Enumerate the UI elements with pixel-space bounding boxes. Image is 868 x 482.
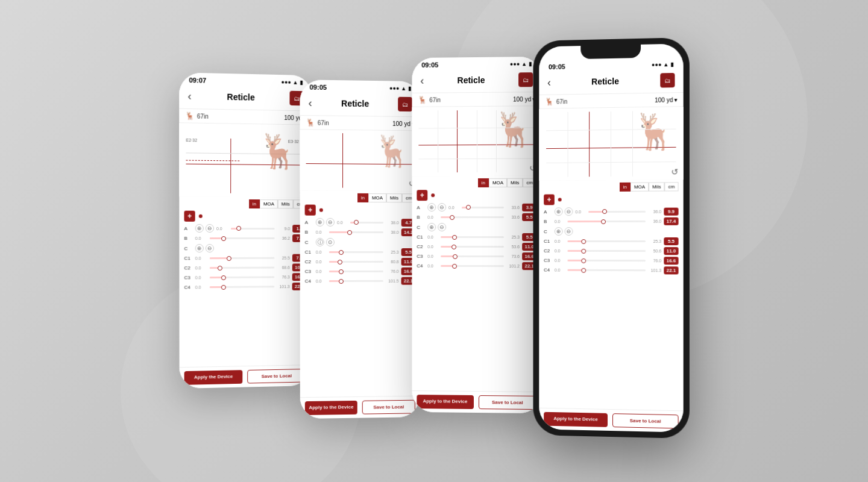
signal-icon-4: ●●● (651, 61, 661, 67)
add-button-1[interactable]: + (184, 211, 195, 222)
max-C3-4: 76.0 (648, 258, 661, 263)
minus-C-2[interactable]: ⊙ (326, 238, 334, 246)
minus-A-2[interactable]: ⊖ (326, 218, 334, 227)
phone-3-back-button[interactable]: ‹ (420, 74, 424, 87)
slider-B-2[interactable] (329, 231, 383, 233)
refresh-icon-4[interactable]: ↺ (671, 167, 678, 177)
unit-tab-mils-3[interactable]: Mils (507, 178, 523, 187)
plus-A-1[interactable]: ⊕ (195, 224, 203, 233)
slider-C1-4[interactable] (567, 240, 646, 242)
max-B-2: 38.0 (385, 230, 398, 234)
max-C2-1: 68.6 (277, 265, 290, 269)
val-C4-2: 0.0 (315, 279, 326, 283)
val-A-2: 0.0 (336, 220, 347, 224)
slider-C2-1[interactable] (209, 267, 274, 269)
slider-C3-2[interactable] (329, 271, 383, 272)
apply-button-1[interactable]: Apply the Device (184, 370, 242, 385)
add-button-3[interactable]: + (417, 190, 427, 201)
slider-C1-1[interactable] (209, 257, 274, 259)
minus-C-4[interactable]: ⊖ (564, 227, 573, 236)
phone-2-status-bar: 09:05 ●●● ▲ ▮ (300, 80, 421, 93)
phone-3-save-icon[interactable]: 🗂 (518, 72, 533, 87)
unit-tab-moa-3[interactable]: MOA (488, 178, 506, 187)
phone-1-back-button[interactable]: ‹ (187, 90, 191, 103)
minus-A-3[interactable]: ⊖ (438, 203, 446, 211)
add-button-4[interactable]: + (544, 194, 555, 205)
folder-icon: 🗂 (294, 95, 300, 101)
phone-2-add-row: + (304, 205, 415, 216)
controls-C-1: ⊕ ⊖ (195, 244, 213, 252)
slider-C4-4[interactable] (567, 269, 646, 271)
minus-C-3[interactable]: ⊖ (438, 223, 446, 231)
slider-C3-1[interactable] (209, 276, 274, 278)
slider-C2-2[interactable] (329, 261, 383, 263)
unit-tab-moa[interactable]: MOA (259, 199, 277, 208)
slider-C4-2[interactable] (329, 280, 383, 282)
wifi-icon-3: ▲ (521, 61, 527, 67)
unit-tab-mils[interactable]: Mils (277, 199, 293, 208)
slider-B-1[interactable] (209, 237, 274, 239)
phone-4-back-button[interactable]: ‹ (547, 76, 551, 89)
apply-button-2[interactable]: Apply to the Device (304, 401, 357, 415)
slider-C1-3[interactable] (441, 236, 504, 238)
phone-4-save-icon[interactable]: 🗂 (660, 73, 675, 88)
plus-A-3[interactable]: ⊕ (427, 203, 436, 211)
slider-C3-3[interactable] (441, 255, 504, 257)
plus-C-1[interactable]: ⊕ (195, 244, 203, 252)
apply-button-4[interactable]: Apply to the Device (544, 412, 608, 427)
add-button-2[interactable]: + (304, 205, 315, 216)
row-C1-3: C1 0.0 25.3 5.5 (417, 233, 536, 241)
minus-A-4[interactable]: ⊖ (564, 207, 573, 216)
val-C3-4: 0.0 (554, 258, 565, 263)
info-C-2[interactable]: ⓘ (315, 238, 324, 246)
unit-tab-mils-2[interactable]: Mils (386, 193, 402, 202)
slider-C2-3[interactable] (441, 246, 504, 248)
unit-tab-in[interactable]: in (248, 199, 259, 208)
phone-3-reticle-view: 🦌 ↺ (412, 106, 541, 176)
phone-3-range[interactable]: 100 yd ▾ (513, 96, 535, 102)
plus-A-4[interactable]: ⊕ (554, 207, 562, 216)
unit-tab-mils-4[interactable]: Mils (649, 182, 664, 191)
minus-A-1[interactable]: ⊖ (205, 224, 213, 233)
save-button-4[interactable]: Save to Local (612, 413, 678, 428)
slider-B-4[interactable] (567, 221, 646, 222)
val-C2-3: 0.0 (427, 245, 438, 249)
slider-C3-4[interactable] (567, 260, 646, 261)
save-button-2[interactable]: Save to Local (362, 400, 415, 415)
unit-tab-in-3[interactable]: in (477, 178, 488, 187)
slider-A-3[interactable] (462, 206, 504, 208)
unit-tab-cm-4[interactable]: cm (664, 182, 678, 191)
slider-A-2[interactable] (350, 221, 383, 223)
slider-A-1[interactable] (231, 227, 275, 229)
slider-B-3[interactable] (441, 216, 504, 218)
phone-2: 09:05 ●●● ▲ ▮ ‹ Reticle 🗂 🦌 (300, 80, 421, 419)
phone-2-range[interactable]: 100 yd ▾ (392, 120, 415, 127)
label-C-2: C (304, 239, 313, 245)
phone-2-back-button[interactable]: ‹ (308, 96, 312, 109)
plus-A-2[interactable]: ⊕ (315, 218, 324, 227)
slider-C4-1[interactable] (209, 286, 274, 288)
badge-C4-4: 22.1 (664, 266, 678, 274)
max-C1-2: 25.3 (385, 250, 398, 254)
row-C-header-4: C ⊕ ⊖ (544, 227, 678, 236)
plus-C-3[interactable]: ⊕ (427, 223, 436, 231)
phone-2-title: Reticle (341, 99, 369, 109)
phone-2-save-icon[interactable]: 🗂 (398, 97, 412, 111)
unit-tab-moa-4[interactable]: MOA (630, 183, 648, 192)
plus-C-4[interactable]: ⊕ (554, 227, 562, 236)
save-button-1[interactable]: Save to Local (247, 369, 306, 384)
unit-tab-moa-2[interactable]: MOA (368, 193, 386, 202)
slider-A-4[interactable] (588, 210, 646, 212)
slider-C1-2[interactable] (329, 251, 383, 253)
deer-silhouette-1: 🦌 (257, 131, 299, 171)
slider-C2-4[interactable] (567, 250, 646, 252)
phone-4-range[interactable]: 100 yd ▾ (655, 96, 677, 104)
slider-C4-3[interactable] (441, 265, 504, 267)
apply-button-3[interactable]: Apply to the Device (417, 395, 473, 409)
label-C4-1: C4 (184, 284, 192, 290)
minus-C-1[interactable]: ⊖ (205, 244, 213, 252)
unit-tab-in-4[interactable]: in (619, 183, 630, 192)
phone-4-time: 09:05 (549, 63, 565, 70)
unit-tab-in-2[interactable]: in (357, 193, 368, 202)
save-button-3[interactable]: Save to Local (478, 395, 536, 410)
